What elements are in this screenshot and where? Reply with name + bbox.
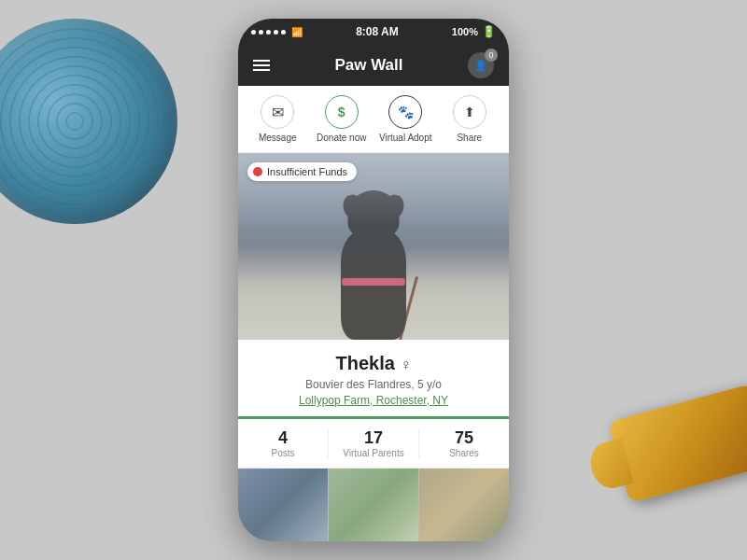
badge-text: Insufficient Funds [267,166,347,177]
notification-icon: 👤 [474,60,487,72]
shares-label: Shares [449,448,479,458]
share-icon: ⬆ [453,95,486,129]
share-button[interactable]: ⬆ Share [438,95,502,143]
pet-name-text: Thekla [336,353,395,373]
donate-icon: $ [325,95,359,129]
stat-virtual-parents: 17 Virtual Parents [328,428,418,458]
battery-indicator: 100% 🔋 [452,25,496,38]
message-label: Message [259,133,297,143]
pet-breed: Bouvier des Flandres, 5 y/o [253,378,494,391]
posts-label: Posts [271,448,294,458]
battery-icon: 🔋 [482,25,496,38]
stat-posts: 4 Posts [238,428,328,458]
signal-dot-5 [281,30,286,35]
share-label: Share [457,133,482,143]
image-overlay [238,153,509,340]
nav-bar: Paw Wall 👤 0 [238,45,509,86]
wifi-icon: 📶 [291,27,303,37]
pet-name: Thekla ♀ [253,353,494,374]
virtual-adopt-icon: 🐾 [388,95,422,129]
message-icon: ✉ [261,95,294,129]
phone-frame: 📶 8:08 AM 100% 🔋 Paw Wall 👤 0 ✉ Message … [238,19,509,541]
signal-indicators: 📶 [251,27,303,37]
notification-count: 0 [485,49,498,62]
photo-thumbnails [238,469,509,541]
message-button[interactable]: ✉ Message [246,95,310,143]
donate-label: Donate now [317,133,366,143]
nav-title: Paw Wall [334,56,402,75]
hamburger-line-1 [253,60,270,62]
thumbnail-2[interactable] [328,469,419,541]
badge-dot [253,167,262,176]
virtual-parents-count: 17 [364,428,383,448]
menu-button[interactable] [253,60,270,71]
pet-info-section: Thekla ♀ Bouvier des Flandres, 5 y/o Lol… [238,340,509,416]
background-blob-left [0,19,177,224]
hamburger-line-2 [253,64,270,66]
pet-image-area: Insufficient Funds [238,153,509,340]
stats-row: 4 Posts 17 Virtual Parents 75 Shares [238,419,509,469]
donate-button[interactable]: $ Donate now [310,95,374,143]
virtual-parents-label: Virtual Parents [343,448,403,458]
thumbnail-1[interactable] [238,469,328,541]
insufficient-funds-badge: Insufficient Funds [247,162,357,181]
notification-badge[interactable]: 👤 0 [468,52,494,78]
posts-count: 4 [278,428,288,448]
stat-shares: 75 Shares [418,428,509,458]
virtual-adopt-button[interactable]: 🐾 Virtual Adopt [374,95,438,143]
signal-dot-4 [274,30,278,35]
signal-dot-1 [251,30,256,35]
background-bone [608,384,747,503]
thumbnail-3[interactable] [419,469,509,541]
virtual-adopt-label: Virtual Adopt [379,133,432,143]
pet-location[interactable]: Lollypop Farm, Rochester, NY [253,394,494,407]
signal-dot-2 [259,30,263,35]
pet-gender: ♀ [400,357,411,372]
status-time: 8:08 AM [356,25,399,38]
battery-percentage: 100% [452,26,478,37]
pet-image-background [238,153,509,340]
status-bar: 📶 8:08 AM 100% 🔋 [238,19,509,45]
action-row: ✉ Message $ Donate now 🐾 Virtual Adopt ⬆… [238,86,509,153]
signal-dot-3 [266,30,271,35]
shares-count: 75 [455,428,473,448]
hamburger-line-3 [253,69,270,71]
